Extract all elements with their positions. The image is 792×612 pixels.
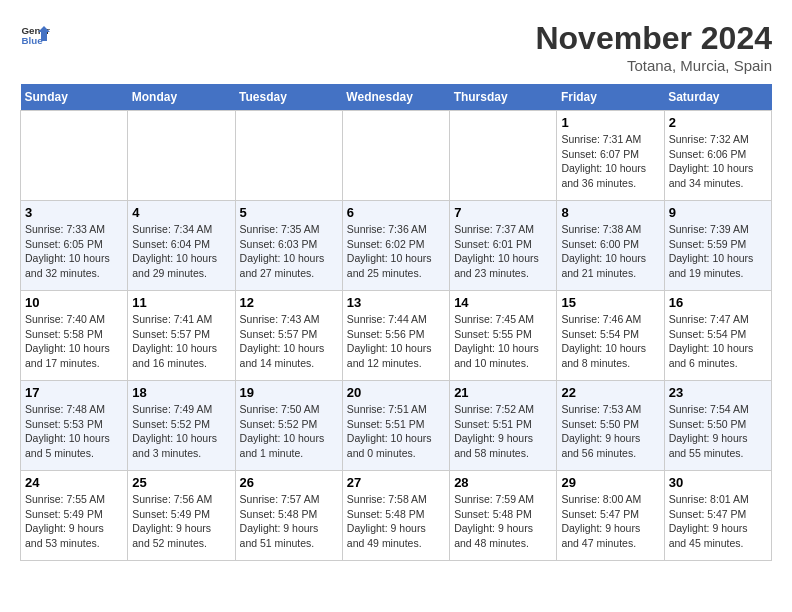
day-number: 27 (347, 475, 445, 490)
day-info: Sunrise: 8:01 AM Sunset: 5:47 PM Dayligh… (669, 492, 767, 551)
month-title: November 2024 (535, 20, 772, 57)
day-info: Sunrise: 7:39 AM Sunset: 5:59 PM Dayligh… (669, 222, 767, 281)
logo: General Blue (20, 20, 50, 50)
day-cell: 15Sunrise: 7:46 AM Sunset: 5:54 PM Dayli… (557, 291, 664, 381)
day-info: Sunrise: 7:44 AM Sunset: 5:56 PM Dayligh… (347, 312, 445, 371)
day-info: Sunrise: 7:34 AM Sunset: 6:04 PM Dayligh… (132, 222, 230, 281)
day-cell: 12Sunrise: 7:43 AM Sunset: 5:57 PM Dayli… (235, 291, 342, 381)
day-cell: 24Sunrise: 7:55 AM Sunset: 5:49 PM Dayli… (21, 471, 128, 561)
day-cell (128, 111, 235, 201)
week-row-5: 24Sunrise: 7:55 AM Sunset: 5:49 PM Dayli… (21, 471, 772, 561)
day-number: 17 (25, 385, 123, 400)
day-number: 15 (561, 295, 659, 310)
day-info: Sunrise: 7:51 AM Sunset: 5:51 PM Dayligh… (347, 402, 445, 461)
day-number: 3 (25, 205, 123, 220)
day-info: Sunrise: 7:35 AM Sunset: 6:03 PM Dayligh… (240, 222, 338, 281)
day-cell: 8Sunrise: 7:38 AM Sunset: 6:00 PM Daylig… (557, 201, 664, 291)
day-cell: 26Sunrise: 7:57 AM Sunset: 5:48 PM Dayli… (235, 471, 342, 561)
day-cell: 17Sunrise: 7:48 AM Sunset: 5:53 PM Dayli… (21, 381, 128, 471)
day-info: Sunrise: 7:53 AM Sunset: 5:50 PM Dayligh… (561, 402, 659, 461)
day-number: 19 (240, 385, 338, 400)
day-info: Sunrise: 7:37 AM Sunset: 6:01 PM Dayligh… (454, 222, 552, 281)
weekday-header-thursday: Thursday (450, 84, 557, 111)
day-number: 25 (132, 475, 230, 490)
day-number: 8 (561, 205, 659, 220)
day-info: Sunrise: 7:33 AM Sunset: 6:05 PM Dayligh… (25, 222, 123, 281)
svg-text:Blue: Blue (22, 35, 44, 46)
day-cell: 30Sunrise: 8:01 AM Sunset: 5:47 PM Dayli… (664, 471, 771, 561)
day-number: 30 (669, 475, 767, 490)
day-cell (21, 111, 128, 201)
day-number: 9 (669, 205, 767, 220)
day-cell: 14Sunrise: 7:45 AM Sunset: 5:55 PM Dayli… (450, 291, 557, 381)
week-row-2: 3Sunrise: 7:33 AM Sunset: 6:05 PM Daylig… (21, 201, 772, 291)
day-cell: 22Sunrise: 7:53 AM Sunset: 5:50 PM Dayli… (557, 381, 664, 471)
day-info: Sunrise: 7:38 AM Sunset: 6:00 PM Dayligh… (561, 222, 659, 281)
day-number: 14 (454, 295, 552, 310)
day-cell: 23Sunrise: 7:54 AM Sunset: 5:50 PM Dayli… (664, 381, 771, 471)
day-cell: 19Sunrise: 7:50 AM Sunset: 5:52 PM Dayli… (235, 381, 342, 471)
day-cell: 29Sunrise: 8:00 AM Sunset: 5:47 PM Dayli… (557, 471, 664, 561)
weekday-header-saturday: Saturday (664, 84, 771, 111)
day-number: 12 (240, 295, 338, 310)
weekday-header-monday: Monday (128, 84, 235, 111)
logo-icon: General Blue (20, 20, 50, 50)
day-cell: 18Sunrise: 7:49 AM Sunset: 5:52 PM Dayli… (128, 381, 235, 471)
day-info: Sunrise: 7:52 AM Sunset: 5:51 PM Dayligh… (454, 402, 552, 461)
location-subtitle: Totana, Murcia, Spain (535, 57, 772, 74)
day-info: Sunrise: 7:45 AM Sunset: 5:55 PM Dayligh… (454, 312, 552, 371)
day-cell: 9Sunrise: 7:39 AM Sunset: 5:59 PM Daylig… (664, 201, 771, 291)
day-cell: 2Sunrise: 7:32 AM Sunset: 6:06 PM Daylig… (664, 111, 771, 201)
day-info: Sunrise: 7:41 AM Sunset: 5:57 PM Dayligh… (132, 312, 230, 371)
day-number: 13 (347, 295, 445, 310)
day-number: 21 (454, 385, 552, 400)
day-info: Sunrise: 7:32 AM Sunset: 6:06 PM Dayligh… (669, 132, 767, 191)
day-cell: 11Sunrise: 7:41 AM Sunset: 5:57 PM Dayli… (128, 291, 235, 381)
day-number: 28 (454, 475, 552, 490)
day-info: Sunrise: 7:46 AM Sunset: 5:54 PM Dayligh… (561, 312, 659, 371)
week-row-4: 17Sunrise: 7:48 AM Sunset: 5:53 PM Dayli… (21, 381, 772, 471)
weekday-header-friday: Friday (557, 84, 664, 111)
day-info: Sunrise: 7:58 AM Sunset: 5:48 PM Dayligh… (347, 492, 445, 551)
title-area: November 2024 Totana, Murcia, Spain (535, 20, 772, 74)
day-cell: 16Sunrise: 7:47 AM Sunset: 5:54 PM Dayli… (664, 291, 771, 381)
day-info: Sunrise: 7:57 AM Sunset: 5:48 PM Dayligh… (240, 492, 338, 551)
weekday-header-row: SundayMondayTuesdayWednesdayThursdayFrid… (21, 84, 772, 111)
day-number: 26 (240, 475, 338, 490)
day-number: 18 (132, 385, 230, 400)
day-info: Sunrise: 7:48 AM Sunset: 5:53 PM Dayligh… (25, 402, 123, 461)
day-cell (342, 111, 449, 201)
day-info: Sunrise: 7:56 AM Sunset: 5:49 PM Dayligh… (132, 492, 230, 551)
day-cell: 27Sunrise: 7:58 AM Sunset: 5:48 PM Dayli… (342, 471, 449, 561)
day-info: Sunrise: 7:47 AM Sunset: 5:54 PM Dayligh… (669, 312, 767, 371)
week-row-3: 10Sunrise: 7:40 AM Sunset: 5:58 PM Dayli… (21, 291, 772, 381)
day-info: Sunrise: 7:59 AM Sunset: 5:48 PM Dayligh… (454, 492, 552, 551)
day-cell: 25Sunrise: 7:56 AM Sunset: 5:49 PM Dayli… (128, 471, 235, 561)
day-cell: 6Sunrise: 7:36 AM Sunset: 6:02 PM Daylig… (342, 201, 449, 291)
week-row-1: 1Sunrise: 7:31 AM Sunset: 6:07 PM Daylig… (21, 111, 772, 201)
day-cell: 13Sunrise: 7:44 AM Sunset: 5:56 PM Dayli… (342, 291, 449, 381)
header: General Blue November 2024 Totana, Murci… (20, 20, 772, 74)
day-info: Sunrise: 7:49 AM Sunset: 5:52 PM Dayligh… (132, 402, 230, 461)
day-info: Sunrise: 7:40 AM Sunset: 5:58 PM Dayligh… (25, 312, 123, 371)
day-info: Sunrise: 7:36 AM Sunset: 6:02 PM Dayligh… (347, 222, 445, 281)
day-number: 23 (669, 385, 767, 400)
weekday-header-tuesday: Tuesday (235, 84, 342, 111)
day-number: 22 (561, 385, 659, 400)
day-number: 20 (347, 385, 445, 400)
day-info: Sunrise: 8:00 AM Sunset: 5:47 PM Dayligh… (561, 492, 659, 551)
day-info: Sunrise: 7:31 AM Sunset: 6:07 PM Dayligh… (561, 132, 659, 191)
day-cell (450, 111, 557, 201)
weekday-header-sunday: Sunday (21, 84, 128, 111)
day-cell: 10Sunrise: 7:40 AM Sunset: 5:58 PM Dayli… (21, 291, 128, 381)
day-number: 10 (25, 295, 123, 310)
day-info: Sunrise: 7:55 AM Sunset: 5:49 PM Dayligh… (25, 492, 123, 551)
day-cell: 7Sunrise: 7:37 AM Sunset: 6:01 PM Daylig… (450, 201, 557, 291)
day-number: 7 (454, 205, 552, 220)
day-number: 4 (132, 205, 230, 220)
day-cell: 3Sunrise: 7:33 AM Sunset: 6:05 PM Daylig… (21, 201, 128, 291)
day-number: 16 (669, 295, 767, 310)
day-number: 2 (669, 115, 767, 130)
day-number: 24 (25, 475, 123, 490)
day-cell (235, 111, 342, 201)
